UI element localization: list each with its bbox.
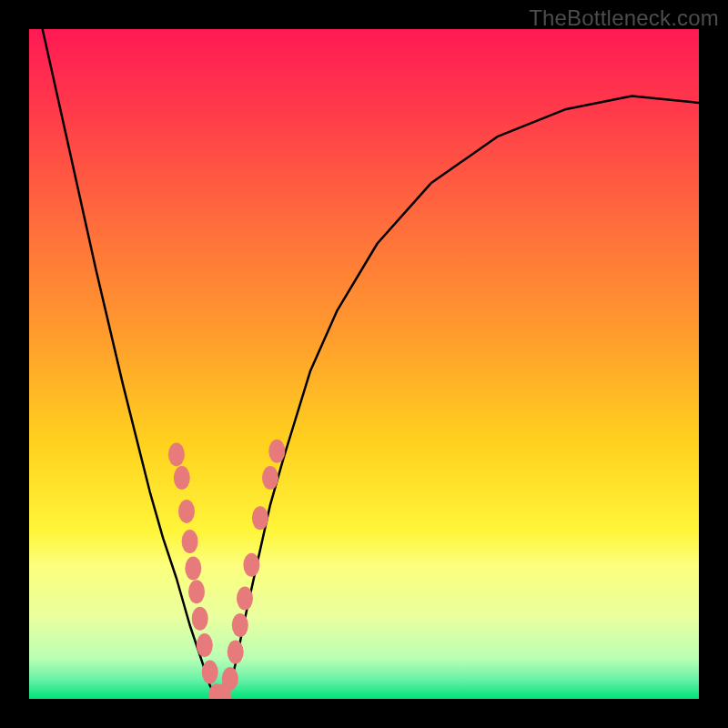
- watermark-text: TheBottleneck.com: [529, 5, 719, 31]
- chart-frame: TheBottleneck.com: [0, 0, 728, 728]
- plot-area: [29, 29, 699, 699]
